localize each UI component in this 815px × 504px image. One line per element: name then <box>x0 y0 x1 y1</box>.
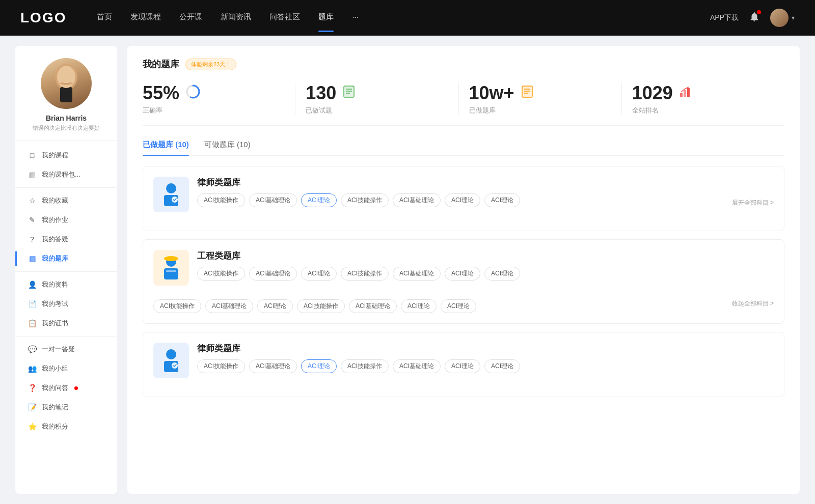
stat-done-top: 130 <box>306 82 448 104</box>
notes-icon: 📝 <box>28 403 37 411</box>
svg-point-25 <box>166 349 176 359</box>
svg-point-18 <box>166 183 176 193</box>
tag-3-1[interactable]: ACI技能操作 <box>197 359 245 373</box>
sidebar-item-question-bank[interactable]: ▤ 我的题库 <box>15 249 117 268</box>
tag-1-4[interactable]: ACI技能操作 <box>341 193 389 207</box>
sidebar-item-favorites[interactable]: ☆ 我的收藏 <box>15 191 117 210</box>
sidebar-item-question[interactable]: ? 我的答疑 <box>15 230 117 249</box>
page-header: 我的题库 体验剩余23天！ <box>143 58 784 70</box>
sidebar-item-course-package[interactable]: ▦ 我的课程包... <box>15 165 117 184</box>
tag-2-9[interactable]: ACI基础理论 <box>205 299 253 313</box>
tag-1-2[interactable]: ACI基础理论 <box>249 193 297 207</box>
stat-rank: 1029 全站排名 <box>622 82 784 115</box>
stats-row: 55% 正确率 130 <box>143 82 784 126</box>
nav-home[interactable]: 首页 <box>97 12 112 24</box>
profile-icon: 👤 <box>28 281 37 289</box>
expand-btn-1[interactable]: 展开全部科目 > <box>732 199 774 207</box>
sidebar-label-group: 我的小组 <box>42 364 68 373</box>
stat-banks-top: 10w+ <box>469 82 611 104</box>
tag-1-1[interactable]: ACI技能操作 <box>197 193 245 207</box>
sidebar-item-profile[interactable]: 👤 我的资料 <box>15 275 117 294</box>
bank-content-2: 工程类题库 ACI技能操作 ACI基础理论 ACI理论 ACI技能操作 ACI基… <box>197 250 774 281</box>
tags-row-3: ACI技能操作 ACI基础理论 ACI理论 ACI技能操作 ACI基础理论 AC… <box>197 359 774 373</box>
app-download-link[interactable]: APP下载 <box>710 13 739 22</box>
bank-content-3: 律师类题库 ACI技能操作 ACI基础理论 ACI理论 ACI技能操作 ACI基… <box>197 343 774 373</box>
tab-done-banks[interactable]: 已做题库 (10) <box>143 140 189 155</box>
logo[interactable]: LOGO <box>20 10 66 26</box>
nav-news[interactable]: 新闻资讯 <box>221 12 251 24</box>
tag-2-10[interactable]: ACI理论 <box>257 299 293 313</box>
stat-accuracy-value: 55% <box>143 82 179 104</box>
sidebar-item-certificate[interactable]: 📋 我的证书 <box>15 314 117 333</box>
svg-rect-23 <box>164 268 178 279</box>
svg-rect-10 <box>522 86 532 97</box>
tag-2-1[interactable]: ACI技能操作 <box>197 267 245 281</box>
stat-accuracy-label: 正确率 <box>143 106 285 115</box>
tag-1-7[interactable]: ACI理论 <box>484 193 520 207</box>
tag-2-14[interactable]: ACI理论 <box>441 299 476 313</box>
svg-rect-1 <box>60 87 72 102</box>
nav-question-bank[interactable]: 题库 <box>318 12 334 24</box>
sidebar-item-group[interactable]: 👥 我的小组 <box>15 359 117 378</box>
notification-bell[interactable] <box>749 11 760 24</box>
user-name: Brian Harris <box>15 114 117 122</box>
nav-more[interactable]: ··· <box>352 12 359 24</box>
tab-available-banks[interactable]: 可做题库 (10) <box>204 140 251 155</box>
tag-1-3[interactable]: ACI理论 <box>301 193 337 207</box>
tag-2-6[interactable]: ACI理论 <box>445 267 480 281</box>
stat-accuracy: 55% 正确率 <box>143 82 295 115</box>
tag-2-7[interactable]: ACI理论 <box>484 267 520 281</box>
tag-2-8[interactable]: ACI技能操作 <box>153 299 201 313</box>
nav-open-course[interactable]: 公开课 <box>179 12 202 24</box>
tag-1-5[interactable]: ACI基础理论 <box>393 193 441 207</box>
tags-row-2a: ACI技能操作 ACI基础理论 ACI理论 ACI技能操作 ACI基础理论 AC… <box>197 267 774 281</box>
certificate-icon: 📋 <box>28 319 37 327</box>
svg-rect-15 <box>680 93 683 97</box>
tag-2-3[interactable]: ACI理论 <box>301 267 337 281</box>
notification-dot <box>757 10 761 14</box>
tag-3-5[interactable]: ACI基础理论 <box>393 359 441 373</box>
sidebar-item-my-qa[interactable]: ❓ 我的问答 <box>15 378 117 398</box>
tag-2-11[interactable]: ACI技能操作 <box>297 299 345 313</box>
exam-icon: 📄 <box>28 300 37 308</box>
tag-2-4[interactable]: ACI技能操作 <box>341 267 389 281</box>
user-avatar-small <box>770 9 789 27</box>
nav-links: 首页 发现课程 公开课 新闻资讯 问答社区 题库 ··· <box>97 12 710 24</box>
question-icon: ? <box>28 235 37 243</box>
sidebar-item-1on1[interactable]: 💬 一对一答疑 <box>15 340 117 359</box>
tag-3-3[interactable]: ACI理论 <box>301 359 337 373</box>
tag-3-7[interactable]: ACI理论 <box>484 359 520 373</box>
sidebar-label-my-course: 我的课程 <box>42 151 68 160</box>
user-avatar-menu[interactable]: ▾ <box>770 9 795 27</box>
sidebar-label-certificate: 我的证书 <box>42 319 68 328</box>
homework-icon: ✎ <box>28 216 37 224</box>
tag-2-2[interactable]: ACI基础理论 <box>249 267 297 281</box>
nav-qa[interactable]: 问答社区 <box>269 12 300 24</box>
tag-1-6[interactable]: ACI理论 <box>445 193 480 207</box>
sidebar-item-notes[interactable]: 📝 我的笔记 <box>15 398 117 417</box>
lawyer-icon-wrap-1 <box>153 177 189 212</box>
sidebar-label-homework: 我的作业 <box>42 215 68 225</box>
sidebar-item-points[interactable]: ⭐ 我的积分 <box>15 417 117 436</box>
stat-done-banks: 10w+ 已做题库 <box>459 82 622 115</box>
stat-accuracy-top: 55% <box>143 82 285 104</box>
sidebar-item-my-course[interactable]: □ 我的课程 <box>15 146 117 165</box>
sidebar-label-profile: 我的资料 <box>42 280 68 289</box>
bank-content-1: 律师类题库 ACI技能操作 ACI基础理论 ACI理论 ACI技能操作 ACI基… <box>197 177 774 207</box>
chat-icon: 💬 <box>28 345 37 353</box>
course-icon: □ <box>28 151 37 159</box>
tag-3-6[interactable]: ACI理论 <box>445 359 480 373</box>
nav-discover[interactable]: 发现课程 <box>130 12 161 24</box>
tag-2-12[interactable]: ACI基础理论 <box>349 299 397 313</box>
bank-list-icon <box>521 85 534 101</box>
sidebar-item-homework[interactable]: ✎ 我的作业 <box>15 210 117 230</box>
collapse-btn-2[interactable]: 收起全部科目 > <box>732 299 774 313</box>
tag-3-4[interactable]: ACI技能操作 <box>341 359 389 373</box>
sidebar-divider-2 <box>15 271 117 272</box>
sidebar-label-favorites: 我的收藏 <box>42 196 68 205</box>
sidebar-label-my-qa: 我的问答 <box>42 383 68 393</box>
tag-2-13[interactable]: ACI理论 <box>401 299 437 313</box>
tag-3-2[interactable]: ACI基础理论 <box>249 359 297 373</box>
tag-2-5[interactable]: ACI基础理论 <box>393 267 441 281</box>
sidebar-item-exam[interactable]: 📄 我的考试 <box>15 294 117 314</box>
